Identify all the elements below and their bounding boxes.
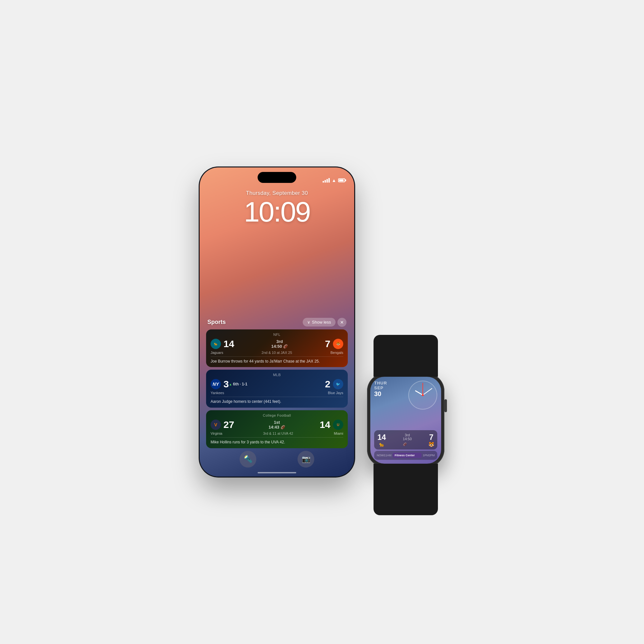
time-display: 10:09 bbox=[200, 198, 354, 226]
watch-jags-logo: 🐆 bbox=[379, 442, 384, 447]
sports-header: Sports ∨ Show less ✕ bbox=[206, 318, 348, 327]
watch-score-row: 14 🐆 3rd 14:50 🏈 7 🐯 bbox=[377, 433, 434, 447]
yankees-logo: NY bbox=[211, 379, 221, 389]
cfb-team-names: Virginia 3rd & 11 at UVA 42 Miami bbox=[211, 431, 343, 435]
jaguars-score: 14 bbox=[223, 338, 234, 349]
watch-screen: THUR SEP 30 bbox=[370, 377, 441, 464]
watch-home-score: 14 bbox=[377, 433, 386, 442]
yankees-score: 3 bbox=[223, 379, 229, 390]
clock-center bbox=[422, 394, 424, 396]
cfb-period: 1st bbox=[234, 420, 319, 425]
sports-section-title: Sports bbox=[207, 319, 226, 326]
football-watch-icon: 🏈 bbox=[403, 442, 407, 446]
calendar-now-label: NOW bbox=[377, 454, 384, 457]
cfb-away-team: U 14 bbox=[320, 419, 343, 430]
miami-logo: U bbox=[333, 420, 343, 430]
watch-score-right: 7 🐯 bbox=[429, 433, 434, 447]
camera-icon: 📷 bbox=[302, 455, 310, 463]
scene: ▲ Thursday, September 30 10:09 Sports bbox=[200, 167, 444, 477]
mlb-game-info: ▲ 6th · 1-1 bbox=[229, 382, 325, 386]
apple-watch: THUR SEP 30 bbox=[367, 374, 444, 467]
watch-bengals-logo: 🐯 bbox=[429, 442, 434, 447]
mlb-score-card[interactable]: MLB NY 3 ▲ 6th · 1-1 bbox=[206, 370, 348, 408]
mlb-team-names: Yankees Blue Jays bbox=[211, 391, 343, 395]
football2-icon: 🏈 bbox=[280, 425, 285, 430]
minute-hand bbox=[422, 388, 432, 395]
watch-month: SEP bbox=[374, 385, 387, 390]
nfl-play: Joe Burrow throws for 44 yards to Ja'Mar… bbox=[211, 356, 343, 364]
mlb-play: Aaron Judge homers to center (441 feet). bbox=[211, 397, 343, 404]
miami-name: Miami bbox=[334, 431, 343, 435]
watch-top-row: THUR SEP 30 bbox=[374, 381, 437, 410]
inning-number: 6th bbox=[233, 382, 239, 386]
mlb-count: · bbox=[240, 382, 241, 386]
flashlight-button[interactable]: 🔦 bbox=[240, 451, 256, 468]
inning-arrow-icon: ▲ bbox=[229, 383, 232, 386]
show-less-button[interactable]: ∨ Show less bbox=[303, 318, 336, 327]
mlb-inning: ▲ 6th · 1-1 bbox=[229, 382, 325, 386]
watch-face: THUR SEP 30 bbox=[370, 377, 441, 464]
status-right: ▲ bbox=[323, 178, 345, 183]
watch-calendar: NOW 11AM Fitness Center 1PM 2PM bbox=[374, 451, 437, 460]
calendar-11am-label: 11AM bbox=[384, 454, 392, 457]
watch-band-top bbox=[374, 335, 438, 377]
watch-band-bottom bbox=[374, 464, 438, 515]
cfb-home-team: V 27 bbox=[211, 419, 234, 430]
watch-date-block: THUR SEP 30 bbox=[374, 381, 387, 398]
camera-button[interactable]: 📷 bbox=[298, 451, 314, 468]
watch-score-left: 14 🐆 bbox=[377, 433, 386, 447]
nfl-team-names: Jaguars 2nd & 10 at JAX 25 Bengals bbox=[211, 351, 343, 355]
bengals-name: Bengals bbox=[330, 351, 343, 355]
bluejays-name: Blue Jays bbox=[328, 391, 343, 395]
watch-analog-clock bbox=[408, 381, 437, 410]
chevron-down-icon: ∨ bbox=[307, 320, 310, 325]
calendar-1pm-label: 1PM bbox=[423, 454, 429, 457]
yankees-name: Yankees bbox=[211, 391, 224, 395]
show-less-label: Show less bbox=[312, 320, 331, 325]
calendar-event-label: Fitness Center bbox=[395, 454, 420, 457]
virginia-name: Virginia bbox=[211, 431, 223, 435]
notifications-area: Sports ∨ Show less ✕ NFL 🐆 bbox=[206, 318, 348, 451]
bengals-logo: 🐯 bbox=[333, 339, 343, 349]
cfb-league-label: College Football bbox=[211, 413, 343, 417]
watch-game-detail: 3rd 14:50 🏈 bbox=[403, 433, 412, 447]
nfl-home-team: 🐆 14 bbox=[211, 338, 234, 349]
lockscreen-content: Thursday, September 30 10:09 bbox=[200, 190, 354, 231]
calendar-event: Fitness Center bbox=[393, 453, 421, 458]
bluejays-logo: 🐦 bbox=[333, 379, 343, 389]
nfl-league-label: NFL bbox=[211, 333, 343, 336]
cfb-situation: 3rd & 11 at UVA 42 bbox=[263, 431, 293, 435]
virginia-logo: V bbox=[211, 420, 221, 430]
show-less-controls: ∨ Show less ✕ bbox=[303, 318, 346, 327]
watch-away-score: 7 bbox=[429, 433, 433, 442]
miami-score: 14 bbox=[320, 419, 330, 430]
wifi-icon: ▲ bbox=[332, 178, 336, 183]
dynamic-island bbox=[258, 172, 296, 183]
mlb-score-row: NY 3 ▲ 6th · 1-1 🐦 bbox=[211, 379, 343, 390]
watch-day: THUR bbox=[374, 381, 387, 385]
cfb-time: 14:43 🏈 bbox=[234, 425, 319, 430]
calendar-2pm-label: 2PM bbox=[429, 454, 435, 457]
virginia-score: 27 bbox=[223, 419, 234, 430]
mlb-home-team: NY 3 bbox=[211, 379, 229, 390]
bottom-controls: 🔦 📷 bbox=[200, 451, 354, 468]
second-hand bbox=[422, 383, 423, 395]
mlb-away-team: 🐦 2 bbox=[325, 379, 343, 390]
jaguars-logo: 🐆 bbox=[211, 339, 221, 349]
bluejays-score: 2 bbox=[325, 379, 330, 390]
date-display: Thursday, September 30 bbox=[200, 190, 354, 196]
close-button[interactable]: ✕ bbox=[337, 318, 346, 327]
watch-date-number: 30 bbox=[374, 390, 387, 398]
iphone: ▲ Thursday, September 30 10:09 Sports bbox=[200, 167, 354, 477]
battery-icon bbox=[338, 178, 345, 182]
watch-crown[interactable] bbox=[444, 399, 447, 412]
watch-game-time: 14:50 bbox=[403, 437, 412, 441]
nfl-score-card[interactable]: NFL 🐆 14 3rd 14:50 🏈 bbox=[206, 329, 348, 367]
jaguars-name: Jaguars bbox=[211, 351, 223, 355]
cfb-score-card[interactable]: College Football V 27 1st 14:43 🏈 bbox=[206, 410, 348, 448]
nfl-situation: 2nd & 10 at JAX 25 bbox=[261, 351, 292, 355]
flashlight-icon: 🔦 bbox=[244, 455, 252, 463]
nfl-game-info: 3rd 14:50 🏈 bbox=[234, 339, 325, 349]
mlb-league-label: MLB bbox=[211, 373, 343, 377]
watch-score-widget[interactable]: 14 🐆 3rd 14:50 🏈 7 🐯 bbox=[374, 430, 437, 450]
